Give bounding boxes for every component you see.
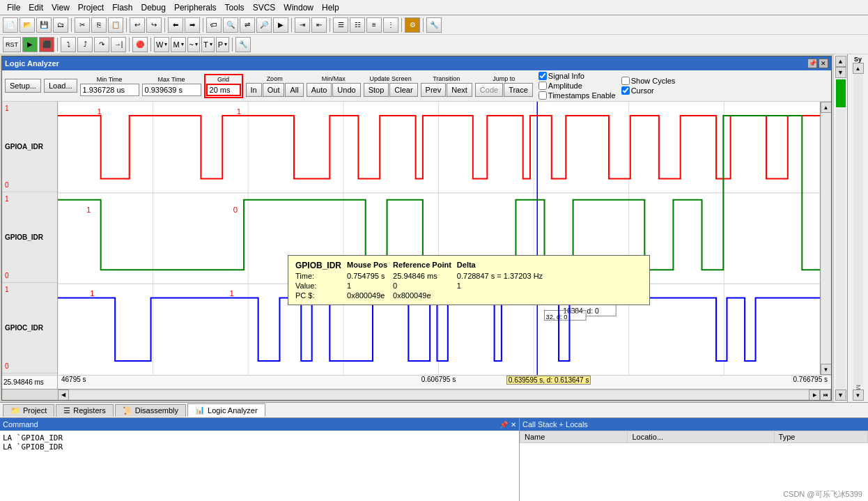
zoom-out-button[interactable]: Out bbox=[263, 83, 285, 97]
config-btn[interactable]: 🔧 bbox=[235, 37, 251, 52]
menu-file[interactable]: File bbox=[3, 2, 24, 13]
command-close-button[interactable]: ✕ bbox=[511, 421, 516, 429]
breakpoint-button[interactable]: 🔴 bbox=[132, 37, 148, 52]
v-scroll-down-button[interactable]: ▼ bbox=[821, 364, 832, 375]
jump-code-button[interactable]: Code bbox=[475, 83, 503, 97]
menu-view[interactable]: View bbox=[47, 2, 74, 13]
indent-button[interactable]: ⇥ bbox=[295, 17, 310, 33]
cursor-checkbox[interactable] bbox=[621, 86, 630, 95]
perf-dropdown[interactable]: ~▾ bbox=[187, 37, 200, 52]
h-scroll-track[interactable] bbox=[69, 391, 809, 399]
tab-disassembly[interactable]: 📜 Disassembly bbox=[115, 404, 186, 417]
sync-down-button[interactable]: ▼ bbox=[853, 390, 864, 401]
zoom-all-button[interactable]: All bbox=[285, 83, 303, 97]
outdent-button[interactable]: ⇤ bbox=[311, 17, 327, 33]
watch-dropdown[interactable]: W▾ bbox=[154, 37, 169, 52]
max-time-input[interactable] bbox=[142, 84, 201, 96]
sync-up-button[interactable]: ▲ bbox=[853, 63, 864, 74]
col2-button[interactable]: ☷ bbox=[350, 17, 365, 33]
jump-trace-button[interactable]: Trace bbox=[504, 83, 533, 97]
timestamps-checkbox[interactable] bbox=[538, 91, 547, 100]
minmax-undo-button[interactable]: Undo bbox=[332, 83, 360, 97]
col1-button[interactable]: ☰ bbox=[333, 17, 348, 33]
right-panel-up[interactable]: ▲ bbox=[835, 56, 846, 67]
menu-edit[interactable]: Edit bbox=[24, 2, 47, 13]
v-scroll-track[interactable] bbox=[821, 113, 831, 364]
paste-button[interactable]: 📋 bbox=[108, 17, 123, 33]
run-to-cursor-button[interactable]: →| bbox=[111, 37, 126, 52]
undo-button[interactable]: ↩ bbox=[130, 17, 145, 33]
copy-button[interactable]: ⎘ bbox=[91, 17, 107, 33]
command-pin-button[interactable]: 📌 bbox=[499, 421, 508, 429]
callstack-col-type: Type bbox=[774, 431, 867, 443]
save-all-button[interactable]: 🗂 bbox=[53, 17, 68, 33]
build-button[interactable]: ⚙ bbox=[405, 17, 420, 33]
step-over-button[interactable]: ↷ bbox=[94, 37, 109, 52]
tooltip-box: GPIOB_IDR Mouse Pos Reference Point Delt… bbox=[288, 255, 650, 305]
menu-project[interactable]: Project bbox=[74, 2, 108, 13]
gpioa-hi-label: 1 bbox=[5, 105, 54, 112]
zoom-in-button[interactable]: In bbox=[246, 83, 262, 97]
trace-dropdown[interactable]: T▾ bbox=[201, 37, 215, 52]
tooltip-col-delta: Delta bbox=[457, 260, 548, 271]
peripheral-dropdown[interactable]: P▾ bbox=[216, 37, 229, 52]
transition-next-button[interactable]: Next bbox=[447, 83, 472, 97]
new-button[interactable]: 📄 bbox=[3, 17, 18, 33]
h-scroll-left-button[interactable]: ◀ bbox=[58, 390, 69, 401]
step-out-button[interactable]: ⤴ bbox=[77, 37, 93, 52]
redo-button[interactable]: ↪ bbox=[146, 17, 162, 33]
menu-svcs[interactable]: SVCS bbox=[249, 2, 280, 13]
open-button[interactable]: 📂 bbox=[20, 17, 35, 33]
h-scroll-right-button[interactable]: ▶ bbox=[809, 390, 820, 401]
tooltip-time-delta: 0.728847 s = 1.37203 Hz bbox=[457, 271, 548, 281]
right-panel-end[interactable]: ▼ bbox=[835, 390, 846, 401]
tab-project[interactable]: 📁 Project bbox=[3, 404, 54, 417]
menu-tools[interactable]: Tools bbox=[221, 2, 249, 13]
find-button[interactable]: 🔍 bbox=[223, 17, 238, 33]
right-panel-down[interactable]: ▼ bbox=[835, 67, 846, 78]
update-clear-button[interactable]: Clear bbox=[389, 83, 417, 97]
nav-fwd-button[interactable]: ➡ bbox=[185, 17, 200, 33]
transition-prev-button[interactable]: Prev bbox=[421, 83, 447, 97]
stop-debug-button[interactable]: ⬛ bbox=[39, 37, 54, 52]
minmax-auto-button[interactable]: Auto bbox=[307, 83, 332, 97]
h-scroll-fast-right-button[interactable]: ⏭ bbox=[820, 390, 831, 401]
min-time-input[interactable] bbox=[80, 84, 139, 96]
nav-back-button[interactable]: ⬅ bbox=[168, 17, 183, 33]
find2-button[interactable]: 🔎 bbox=[256, 17, 272, 33]
waveform-display[interactable]: 1 1 1 0 16384, d: 0 32, d: 0 bbox=[58, 102, 820, 375]
signal-labels-panel: 1 GPIOA_IDR 0 1 GPIOB_IDR 0 1 GPIOC_IDR … bbox=[2, 102, 58, 375]
update-stop-button[interactable]: Stop bbox=[364, 83, 389, 97]
grid-input[interactable] bbox=[206, 84, 241, 96]
setup-button[interactable]: Setup... bbox=[5, 79, 41, 93]
col4-button[interactable]: ⋮ bbox=[383, 17, 398, 33]
amplitude-checkbox[interactable] bbox=[538, 82, 547, 90]
cut-button[interactable]: ✂ bbox=[75, 17, 90, 33]
replace-button[interactable]: ⇌ bbox=[240, 17, 255, 33]
menu-flash[interactable]: Flash bbox=[108, 2, 137, 13]
signal-info-checkbox[interactable] bbox=[538, 72, 547, 80]
callstack-panel: Call Stack + Locals Name Locatio... Type… bbox=[520, 418, 868, 501]
tab-logic-analyzer[interactable]: 📊 Logic Analyzer bbox=[187, 403, 265, 417]
tab-registers[interactable]: ☰ Registers bbox=[56, 404, 113, 417]
memory-dropdown[interactable]: M▾ bbox=[171, 37, 185, 52]
menu-window[interactable]: Window bbox=[279, 2, 318, 13]
settings-button[interactable]: 🔧 bbox=[426, 17, 442, 33]
reset-button[interactable]: RST bbox=[3, 37, 21, 52]
build-run-button[interactable]: ▶ bbox=[273, 17, 288, 33]
menu-peripherals[interactable]: Peripherals bbox=[170, 2, 221, 13]
v-scroll-up-button[interactable]: ▲ bbox=[821, 102, 832, 113]
menu-help[interactable]: Help bbox=[318, 2, 343, 13]
show-cycles-checkbox[interactable] bbox=[621, 77, 630, 85]
la-close-button[interactable]: ✕ bbox=[819, 59, 828, 68]
la-pin-button[interactable]: 📌 bbox=[807, 59, 817, 68]
step-in-button[interactable]: ⤵ bbox=[61, 37, 76, 52]
load-button[interactable]: Load... bbox=[44, 79, 77, 93]
bookmark-button[interactable]: 🏷 bbox=[206, 17, 222, 33]
col3-button[interactable]: ≡ bbox=[366, 17, 382, 33]
green-bar[interactable] bbox=[836, 79, 846, 107]
menu-debug[interactable]: Debug bbox=[137, 2, 170, 13]
save-button[interactable]: 💾 bbox=[36, 17, 52, 33]
run-debug-button[interactable]: ▶ bbox=[22, 37, 38, 52]
separator-10 bbox=[129, 38, 130, 52]
